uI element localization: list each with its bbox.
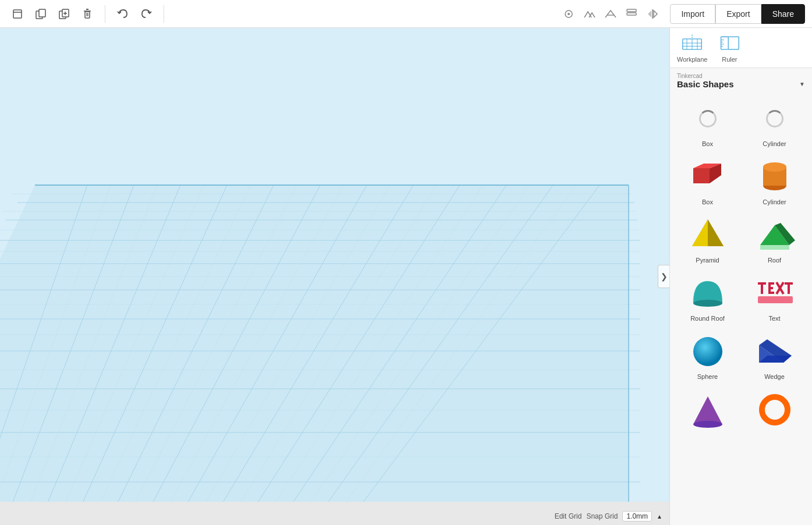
sphere-shape[interactable]: Sphere bbox=[675, 327, 740, 384]
export-button[interactable]: Export bbox=[715, 4, 761, 24]
svg-point-114 bbox=[693, 421, 722, 428]
svg-rect-0 bbox=[13, 10, 22, 18]
right-panel: Workplane Ruler bbox=[669, 28, 812, 525]
svg-rect-8 bbox=[85, 12, 90, 18]
duplicate-button[interactable] bbox=[54, 3, 75, 24]
box-shape[interactable]: Box bbox=[675, 152, 740, 209]
svg-marker-23 bbox=[0, 185, 629, 502]
viewport[interactable]: FRONT ⌂ ◎ ⬇ bbox=[0, 28, 669, 525]
shapes-grid: Box Cylinder Box bbox=[670, 91, 812, 437]
cylinder-loading-label: Cylinder bbox=[763, 140, 786, 147]
svg-rect-101 bbox=[768, 282, 774, 285]
more1-shape[interactable] bbox=[675, 385, 740, 435]
align-view-btn[interactable] bbox=[621, 3, 642, 24]
roof-shape[interactable]: Roof bbox=[742, 210, 807, 267]
snap-arrow[interactable]: ▲ bbox=[657, 513, 662, 520]
cylinder-shape[interactable]: Cylinder bbox=[742, 152, 807, 209]
delete-button[interactable] bbox=[77, 3, 98, 24]
cylinder-icon bbox=[751, 157, 798, 197]
pyramid-label: Pyramid bbox=[696, 257, 719, 264]
workplane-icon bbox=[682, 33, 703, 54]
svg-marker-20 bbox=[654, 10, 657, 17]
cylinder-loading-icon bbox=[751, 98, 798, 139]
top-view-btn[interactable] bbox=[600, 3, 621, 24]
svg-rect-3 bbox=[39, 9, 45, 17]
workplane-btn[interactable]: Workplane bbox=[677, 33, 707, 63]
cylinder-label: Cylinder bbox=[763, 198, 786, 205]
svg-rect-77 bbox=[721, 37, 729, 49]
dropdown-arrow[interactable]: ▼ bbox=[799, 81, 805, 87]
sphere-icon bbox=[685, 331, 731, 372]
svg-rect-99 bbox=[761, 282, 763, 294]
svg-marker-96 bbox=[760, 245, 789, 250]
redo-button[interactable] bbox=[136, 3, 157, 24]
roof-icon bbox=[751, 215, 798, 256]
cylinder-loading-shape[interactable]: Cylinder bbox=[742, 94, 807, 151]
box-label: Box bbox=[702, 198, 713, 205]
sphere-label: Sphere bbox=[697, 373, 718, 380]
svg-marker-85 bbox=[693, 168, 710, 183]
svg-point-90 bbox=[763, 162, 786, 172]
svg-rect-16 bbox=[627, 9, 636, 12]
text-icon bbox=[751, 273, 798, 314]
import-button[interactable]: Import bbox=[670, 4, 715, 24]
grid-svg bbox=[0, 28, 669, 502]
more2-shape[interactable] bbox=[742, 385, 807, 435]
toolbar: Import Export Share bbox=[0, 0, 812, 28]
svg-rect-107 bbox=[788, 282, 790, 294]
svg-rect-103 bbox=[768, 292, 774, 294]
svg-rect-102 bbox=[768, 287, 773, 289]
toolbar-divider-2 bbox=[164, 5, 164, 23]
snap-value[interactable]: 1.0mm bbox=[622, 511, 652, 522]
ruler-label: Ruler bbox=[722, 56, 737, 63]
round-roof-icon bbox=[685, 273, 731, 314]
svg-point-97 bbox=[693, 300, 722, 307]
home-view-btn[interactable] bbox=[558, 3, 579, 24]
copy-all-button[interactable] bbox=[30, 3, 51, 24]
mountain-view-btn[interactable] bbox=[579, 3, 600, 24]
snap-grid-label: Snap Grid bbox=[586, 512, 618, 520]
svg-marker-19 bbox=[648, 10, 651, 17]
pyramid-shape[interactable]: Pyramid bbox=[675, 210, 740, 267]
viewport-tools bbox=[558, 3, 663, 24]
svg-marker-92 bbox=[708, 219, 724, 246]
category-header: Tinkercad Basic Shapes ▼ bbox=[670, 68, 812, 91]
bottom-bar: Edit Grid Snap Grid 1.0mm ▲ bbox=[548, 508, 669, 525]
mirror-view-btn[interactable] bbox=[642, 3, 663, 24]
box-loading-shape[interactable]: Box bbox=[675, 94, 740, 151]
main-content: FRONT ⌂ ◎ ⬇ bbox=[0, 28, 812, 525]
top-actions: Import Export Share bbox=[670, 4, 805, 24]
ruler-icon bbox=[719, 33, 740, 54]
panel-top: Workplane Ruler bbox=[670, 28, 812, 68]
category-title[interactable]: Basic Shapes ▼ bbox=[677, 79, 805, 89]
svg-marker-113 bbox=[693, 396, 722, 424]
svg-marker-93 bbox=[692, 219, 708, 246]
round-roof-label: Round Roof bbox=[690, 315, 725, 322]
wedge-shape[interactable]: Wedge bbox=[742, 327, 807, 384]
more1-icon bbox=[685, 389, 731, 430]
wedge-label: Wedge bbox=[764, 373, 785, 380]
edit-grid-label[interactable]: Edit Grid bbox=[555, 512, 582, 520]
box-loading-label: Box bbox=[702, 140, 713, 147]
category-sub: Tinkercad bbox=[677, 73, 805, 79]
text-shape[interactable]: Text bbox=[742, 268, 807, 325]
undo-button[interactable] bbox=[112, 3, 133, 24]
new-button[interactable] bbox=[7, 3, 28, 24]
panel-collapse-arrow[interactable]: ❯ bbox=[658, 265, 669, 288]
category-title-text: Basic Shapes bbox=[677, 79, 734, 89]
round-roof-shape[interactable]: Round Roof bbox=[675, 268, 740, 325]
workplane-label: Workplane bbox=[677, 56, 707, 63]
svg-point-14 bbox=[568, 13, 570, 15]
ruler-btn[interactable]: Ruler bbox=[719, 33, 740, 63]
more2-icon bbox=[751, 389, 798, 430]
pyramid-icon bbox=[685, 215, 731, 256]
text-label: Text bbox=[768, 315, 780, 322]
wedge-icon bbox=[751, 331, 798, 372]
svg-rect-17 bbox=[627, 13, 636, 15]
svg-point-109 bbox=[693, 337, 722, 366]
box-icon bbox=[685, 157, 731, 197]
grid-container[interactable] bbox=[0, 28, 669, 502]
toolbar-divider-1 bbox=[105, 5, 105, 23]
roof-label: Roof bbox=[768, 257, 781, 264]
share-button[interactable]: Share bbox=[761, 4, 805, 24]
